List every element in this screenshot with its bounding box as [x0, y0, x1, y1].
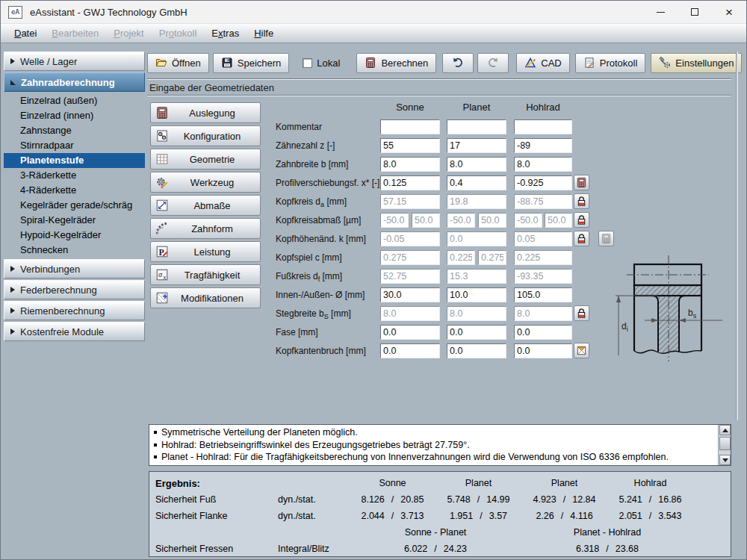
kopfkreis-lock-button[interactable]	[574, 193, 589, 209]
open-button[interactable]: Öffnen	[147, 53, 209, 73]
results-col-planet-2: Planet	[521, 478, 607, 488]
scroll-up-button[interactable]	[719, 425, 731, 435]
abmasse-button[interactable]: Abmaße	[150, 195, 261, 216]
sidebar-item-hypoid-kegelraeder[interactable]: Hypoid-Kegelräder	[4, 228, 145, 243]
fase-planet-input[interactable]	[447, 325, 506, 340]
menu-hilfe[interactable]: Hilfe	[247, 25, 281, 41]
calculator-icon	[601, 233, 612, 244]
tools-icon	[659, 57, 671, 69]
results-col-hohlrad: Hohlrad	[607, 478, 693, 488]
kommentar-planet-input[interactable]	[447, 119, 506, 134]
profilverschiebung-calculator-button[interactable]	[574, 175, 589, 190]
sidebar-item-planetenstufe[interactable]: Planetenstufe	[4, 153, 145, 168]
fase-hohlrad-input[interactable]	[514, 325, 572, 340]
kopfkreisabmass-sonne-oben-input	[412, 213, 440, 228]
p-pencil-icon	[155, 245, 169, 258]
innen-aussen-planet-input[interactable]	[447, 287, 506, 302]
kopfkantenbruch-hohlrad-input[interactable]	[514, 343, 572, 358]
profilverschiebung-sonne-input[interactable]	[380, 175, 440, 190]
sidebar-section-verbindungen[interactable]: Verbindungen	[4, 259, 145, 279]
menu-extras[interactable]: Extras	[204, 25, 247, 41]
menu-datei[interactable]: Datei	[7, 25, 44, 41]
sidebar-item-spiral-kegelraeder[interactable]: Spiral-Kegelräder	[4, 213, 145, 228]
stegbreite-lock-button[interactable]	[574, 305, 589, 321]
result-value: 4.923/12.84	[521, 494, 607, 505]
sidebar-item-einzelrad-aussen[interactable]: Einzelrad (außen)	[4, 93, 145, 108]
kopfhoehenaend-sonne-input	[380, 231, 440, 246]
kommentar-hohlrad-input[interactable]	[514, 119, 572, 134]
form-row-zaehnezahl: Zähnezahl z [-]	[276, 137, 634, 155]
cad-button[interactable]: CAD	[516, 53, 569, 73]
sidebar-item-einzelrad-innen[interactable]: Einzelrad (innen)	[4, 108, 145, 123]
kopfhoehenaend-lock-button[interactable]	[574, 231, 589, 246]
innen-aussen-hohlrad-input[interactable]	[514, 287, 572, 302]
kopfkantenbruch-sonne-input[interactable]	[380, 343, 440, 358]
close-button[interactable]: ×	[712, 1, 746, 23]
save-button[interactable]: Speichern	[213, 53, 290, 73]
auslegung-button[interactable]: Auslegung	[150, 102, 261, 123]
werkzeug-button[interactable]: Werkzeug	[150, 172, 261, 193]
results-pair-header-planet-hohlrad: Planet - Hohlrad	[521, 527, 693, 538]
tragfaehigkeit-button[interactable]: Tragfähigkeit	[150, 264, 261, 285]
form-row-kommentar: Kommentar	[276, 118, 634, 137]
leistung-button[interactable]: Leistung	[150, 241, 261, 262]
sidebar-section-kostenfreie-module[interactable]: Kostenfreie Module	[4, 322, 145, 341]
chevron-right-icon	[10, 58, 15, 64]
kopfspiel-sonne-input	[380, 250, 440, 265]
settings-button[interactable]: Einstellungen	[651, 53, 742, 73]
sidebar-section-zahnradberechnung[interactable]: Zahnradberechnung	[4, 72, 145, 92]
sidebar-item-4-raederkette[interactable]: 4-Räderkette	[4, 183, 145, 198]
fase-sonne-input[interactable]	[380, 325, 440, 340]
zahnbreite-hohlrad-input[interactable]	[514, 157, 572, 172]
kopfkreis-sonne-input	[380, 194, 440, 209]
sidebar-section-riemenberechnung[interactable]: Riemenberechnung	[4, 301, 145, 320]
sidebar-item-stirnradpaar[interactable]: Stirnradpaar	[4, 138, 145, 153]
calculate-button[interactable]: Berechnen	[356, 53, 436, 73]
arrow-down-icon	[722, 458, 728, 462]
sidebar-item-schnecken[interactable]: Schnecken	[4, 243, 145, 258]
kommentar-sonne-input[interactable]	[380, 119, 440, 134]
result-row-label: Sicherheit Fressen	[155, 544, 278, 554]
maximize-button[interactable]	[678, 1, 712, 23]
zaehnezahl-planet-input[interactable]	[447, 138, 506, 153]
zaehnezahl-hohlrad-input[interactable]	[514, 138, 572, 153]
zaehnezahl-sonne-input[interactable]	[380, 138, 440, 153]
profilverschiebung-hohlrad-input[interactable]	[514, 175, 572, 190]
zahnbreite-planet-input[interactable]	[447, 157, 506, 172]
kopfkantenbruch-planet-input[interactable]	[447, 343, 506, 358]
konfiguration-button[interactable]: Konfiguration	[150, 125, 261, 146]
message-scrollbar[interactable]	[718, 425, 731, 465]
innen-aussen-sonne-input[interactable]	[380, 287, 440, 302]
sidebar-item-3-raederkette[interactable]: 3-Räderkette	[4, 168, 145, 183]
kopfkreisabmass-sonne-unten-input	[380, 213, 409, 228]
floppy-disk-icon	[221, 57, 233, 69]
modifikationen-button[interactable]: Modifikationen	[150, 287, 261, 308]
kopfhoehenaend-hohlrad-input	[514, 231, 572, 246]
result-row-mode: dyn./stat.	[278, 511, 350, 521]
sidebar: Welle / Lager Zahnradberechnung Einzelra…	[4, 52, 145, 343]
scrollbar-thumb[interactable]	[719, 437, 731, 450]
results-title: Ergebnis:	[155, 478, 278, 489]
zahnbreite-sonne-input[interactable]	[380, 157, 440, 172]
undo-button[interactable]	[442, 53, 474, 73]
geometrie-button[interactable]: Geometrie	[150, 149, 261, 169]
profilverschiebung-planet-input[interactable]	[447, 175, 506, 190]
calculator-icon	[365, 57, 376, 69]
protocol-button[interactable]: Protokoll	[575, 53, 646, 73]
zahnform-button[interactable]: Zahnform	[150, 218, 261, 239]
kopfkreis-planet-input	[447, 194, 506, 209]
sidebar-item-zahnstange[interactable]: Zahnstange	[4, 123, 145, 138]
form-row-fusskreis: Fußkreis df [mm]	[276, 267, 634, 286]
diagram-di-label: di	[622, 321, 628, 333]
scroll-down-button[interactable]	[719, 455, 731, 465]
kopfkreisabmass-lock-button[interactable]	[574, 212, 589, 228]
minimize-button[interactable]	[643, 1, 678, 23]
kopfkantenbruch-chamfer-button[interactable]	[574, 343, 589, 358]
stegbreite-planet-input	[447, 306, 506, 321]
result-value: 2.051/3.543	[607, 511, 693, 521]
lokal-checkbox[interactable]	[303, 58, 312, 68]
sidebar-section-welle-lager[interactable]: Welle / Lager	[4, 52, 145, 71]
sidebar-item-kegelraeder[interactable]: Kegelräder gerade/schräg	[4, 198, 145, 213]
notepad-icon	[583, 57, 595, 69]
sidebar-section-federberechnung[interactable]: Federberechnung	[4, 280, 145, 299]
